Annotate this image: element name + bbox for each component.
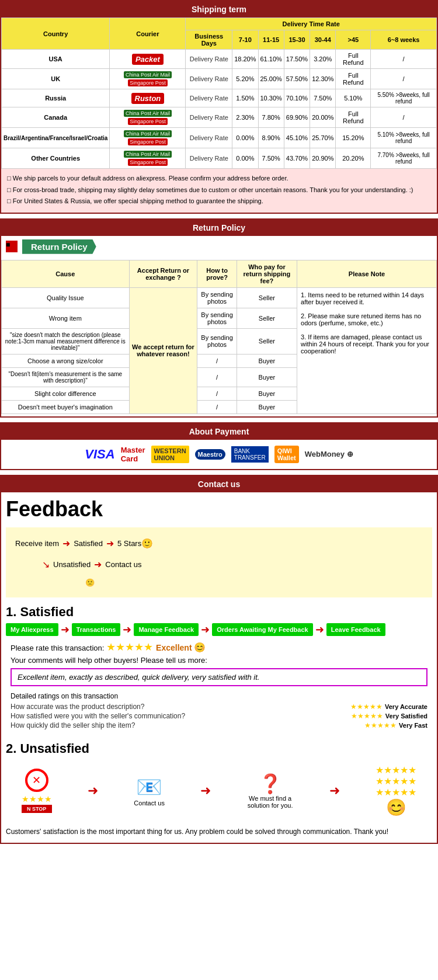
rate-brazil-7-10: 0.00% [232, 128, 258, 148]
webmoney-logo: WebMoney ⊕ [305, 450, 353, 458]
rate-uk-7-10: 5.20% [232, 69, 258, 89]
courier-col-header: Courier [110, 18, 186, 50]
shipping-note-1: □ We ship parcels to your default addres… [7, 173, 431, 184]
singapore-post-logo: Singapore Post [128, 79, 168, 86]
unsat-star-display: ★★★★★ ★★★★★ ★★★★★ [376, 764, 416, 798]
rate-canada-6-8w: / [371, 107, 437, 128]
accuracy-text: Very Accurate [385, 703, 427, 710]
unsatisfied-section: 2. Unsatisfied ✕ ★★★★ N STOP ➜ 📧 Contact… [1, 739, 437, 843]
payment-section: About Payment VISA MasterCard WESTERNUNI… [0, 422, 438, 470]
rate-other-30-44: 20.90% [310, 148, 336, 169]
courier-brazil: China Post Air Mail Singapore Post [110, 128, 186, 148]
communication-text: Very Satisfied [385, 713, 427, 720]
return-col-cause: Cause [2, 260, 130, 287]
contact-header: Contact us [1, 476, 437, 492]
western-union-logo: WESTERNUNION [151, 446, 189, 463]
cause-doesnt-fit: "Doesn't fit(item's measurement is the s… [2, 367, 130, 387]
return-icon: ■ [6, 241, 18, 252]
arrow-down-right-icon: ↘ [42, 555, 50, 574]
qiwi-logo: QIWIWallet [274, 446, 299, 463]
unsatisfied-flow: ✕ ★★★★ N STOP ➜ 📧 Contact us ➜ ❓ We must… [1, 759, 437, 823]
rate-usa-30-44: 3.20% [310, 50, 336, 69]
step-myaliexpress: My Aliexpress [6, 623, 58, 636]
delivery-rate-other: Delivery Rate [186, 148, 232, 169]
return-section-header: Return Policy [1, 220, 437, 236]
country-canada: Canada [2, 107, 110, 128]
return-title: Return Policy [22, 239, 96, 254]
return-section: Return Policy ■ Return Policy Cause Acce… [0, 218, 438, 418]
unsat-stars-item: ★★★★★ ★★★★★ ★★★★★ 😊 [376, 764, 416, 817]
flow-arrow-1: ➜ [88, 783, 98, 798]
pays-quality: Seller [237, 287, 297, 308]
rate-canada-15-30: 69.90% [284, 107, 310, 128]
maestro-logo: Maestro [195, 449, 225, 460]
table-row: Other Countries China Post Air Mail Sing… [2, 148, 437, 169]
rate-russia-30-44: 7.50% [310, 89, 336, 107]
rate-russia-gt45: 5.10% [336, 89, 371, 107]
example-feedback-text: Excellent item, exactly as described, qu… [11, 668, 427, 686]
satisfied-title: 1. Satisfied [6, 604, 432, 620]
smiley-icon: 🙂 [141, 534, 153, 553]
cause-wrong-item: Wrong item [2, 308, 130, 328]
courier-usa: Packet [110, 50, 186, 69]
arrow-right-icon: ➜ [62, 534, 70, 553]
shipping-notes: □ We ship parcels to your default addres… [1, 169, 437, 213]
table-row: USA Packet Delivery Rate 18.20% 61.10% 1… [2, 50, 437, 69]
step-transactions: Transactions [72, 623, 121, 636]
rate-russia-11-15: 10.30% [258, 89, 284, 107]
shipping-header: Shipping term [1, 1, 437, 18]
country-col-header: Country [2, 18, 110, 50]
rate-usa-gt45: Full Refund [336, 50, 371, 69]
return-notes: 1. Items need to be returned within 14 d… [297, 287, 437, 413]
final-smiley: 😊 [376, 798, 416, 817]
col-gt45: >45 [336, 30, 371, 50]
mastercard-logo: MasterCard [121, 446, 145, 463]
shipping-text: Very Fast [399, 722, 427, 729]
col-biz-days: Business Days [186, 30, 232, 50]
step-leave-feedback: Leave Feedback [326, 623, 385, 636]
step-arrow-1: ➜ [61, 623, 69, 636]
final-note: Customers' satisfaction is the most impo… [1, 823, 437, 843]
return-col-accept: Accept Return or exchange ? [129, 260, 197, 287]
rate-other-15-30: 43.70% [284, 148, 310, 169]
communication-stars: ★★★★★ [351, 712, 383, 720]
delivery-rate-brazil: Delivery Rate [186, 128, 232, 148]
rate-uk-11-15: 25.00% [258, 69, 284, 89]
unsatisfied-title: 2. Unsatisfied [1, 739, 437, 759]
rate-canada-7-10: 2.30% [232, 107, 258, 128]
pays-size: Seller [237, 328, 297, 354]
prove-wrong-item: By sending photos [197, 308, 237, 328]
satisfied-label: Satisfied [74, 536, 103, 551]
rate-line-2: Your comments will help other buyers! Pl… [11, 656, 427, 665]
shipping-note-3: □ For United States & Russia, we offer s… [7, 196, 431, 207]
rate-canada-30-44: 20.00% [310, 107, 336, 128]
rate-other-7-10: 0.00% [232, 148, 258, 169]
chinapost-other-logo: China Post Air Mail [124, 151, 172, 158]
bank-transfer-logo: BANKTRANSFER [231, 446, 269, 463]
rate-other-11-15: 7.50% [258, 148, 284, 169]
unsat-question-item: ❓ We must find a solution for you. [247, 773, 294, 809]
prove-wrong-size: / [197, 354, 237, 367]
unsat-stars-row-3: ★★★★★ [376, 787, 416, 798]
payment-logos: VISA MasterCard WESTERNUNION Maestro BAN… [1, 440, 437, 469]
accuracy-value: ★★★★★ Very Accurate [350, 703, 427, 711]
five-stars-display: ★★★★★ [106, 641, 156, 653]
table-row: Brazil/Argentina/France/Israel/Croatia C… [2, 128, 437, 148]
unsat-stars-row-2: ★★★★★ [376, 776, 416, 787]
country-russia: Russia [2, 89, 110, 107]
unsat-email-item: 📧 Contact us [134, 775, 165, 807]
receive-item-label: Receive item [15, 536, 59, 551]
cause-size: "size doesn't match the description (ple… [2, 328, 130, 354]
sad-smiley: 🙁 [85, 575, 423, 590]
singapore-brazil-logo: Singapore Post [128, 138, 168, 145]
arrow-right-icon2: ➜ [106, 534, 114, 553]
shipping-speed-label: How quickly did the seller ship the item… [11, 721, 135, 729]
rate-usa-11-15: 61.10% [258, 50, 284, 69]
singapore-canada-logo: Singapore Post [128, 118, 168, 125]
rate-usa-7-10: 18.20% [232, 50, 258, 69]
no-icon: ✕ [32, 774, 41, 787]
ratings-detail: Detailed ratings on this transaction How… [6, 690, 432, 735]
prove-imagination: / [197, 400, 237, 413]
feedback-row-satisfied: Receive item ➜ Satisfied ➜ 5 Stars 🙂 [15, 534, 423, 553]
feedback-title: Feedback [1, 492, 437, 524]
